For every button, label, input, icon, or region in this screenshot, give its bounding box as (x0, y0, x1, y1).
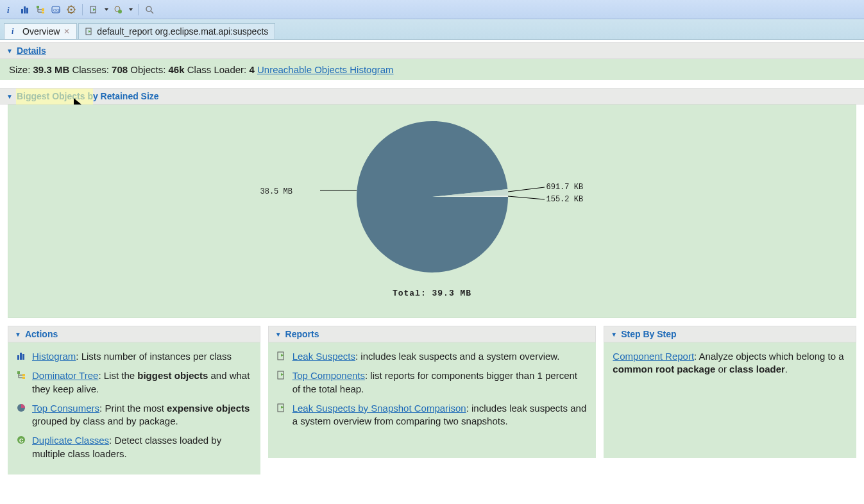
objects-label: Objects: (130, 64, 165, 75)
classloader-label: Class Loader: (187, 64, 247, 75)
toolbar-separator (82, 4, 83, 15)
svg-rect-2 (24, 6, 26, 13)
duplicate-icon: C (17, 435, 27, 460)
classloader-value: 4 (249, 64, 254, 75)
list-item: C Duplicate Classes: Detect classes load… (17, 434, 251, 460)
list-item: Top Consumers: Print the most expensive … (17, 402, 251, 428)
section-title: Step By Step (621, 329, 676, 339)
item-text: : Analyze objects which belong to a (694, 351, 843, 362)
svg-rect-6 (42, 12, 44, 13)
search-icon[interactable] (144, 4, 155, 15)
section-title: Actions (25, 329, 58, 339)
list-item: Leak Suspects: includes leak suspects an… (277, 350, 588, 363)
component-report-link[interactable]: Component Report (613, 351, 694, 362)
stepbystep-column: ▼ Step By Step Component Report: Analyze… (604, 326, 856, 475)
twisty-icon: ▼ (275, 331, 282, 338)
stepbystep-body: Component Report: Analyze objects which … (604, 342, 856, 458)
reports-column: ▼ Reports Leak Suspects: includes leak s… (268, 326, 597, 475)
leak-suspects-compare-link[interactable]: Leak Suspects by Snapshot Comparison (292, 403, 466, 414)
item-text: . (785, 364, 788, 374)
section-header-biggest[interactable]: ▼ Biggest Objects by Retained Size (0, 88, 864, 105)
info-icon[interactable]: i (4, 4, 15, 15)
main-content: ▼ Details Size: 39.3 MB Classes: 708 Obj… (0, 42, 864, 482)
close-icon[interactable]: ✕ (64, 27, 70, 36)
section-header-details[interactable]: ▼ Details (0, 42, 864, 59)
top-components-link[interactable]: Top Components (292, 370, 365, 381)
svg-rect-21 (17, 355, 19, 360)
report-icon (277, 371, 287, 396)
svg-rect-4 (37, 6, 39, 8)
svg-rect-1 (21, 9, 23, 13)
run-gear-icon[interactable] (112, 4, 124, 15)
svg-text:OQL: OQL (53, 8, 60, 12)
tab-default-report[interactable]: default_report org.eclipse.mat.api:suspe… (78, 23, 275, 39)
classes-label: Classes: (72, 64, 109, 75)
pie-slice-label: 691.7 KB (546, 183, 584, 192)
gear-icon[interactable] (65, 4, 77, 15)
twisty-icon: ▼ (6, 93, 13, 100)
dropdown-caret-icon[interactable] (129, 8, 133, 11)
svg-rect-24 (17, 371, 20, 374)
list-item: Dominator Tree: List the biggest objects… (17, 369, 251, 396)
report-icon (85, 28, 93, 35)
item-text: or (715, 364, 729, 374)
svg-rect-26 (22, 377, 25, 379)
svg-rect-5 (42, 8, 44, 11)
svg-rect-31 (278, 371, 284, 379)
toolbar-separator (138, 4, 139, 15)
run-icon[interactable] (88, 4, 99, 15)
pie-slice-label: 155.2 KB (546, 195, 584, 204)
report-icon (277, 403, 287, 428)
item-bold: expensive objects (167, 403, 250, 414)
main-toolbar: i OQL (0, 0, 864, 19)
size-value: 39.3 MB (33, 64, 70, 75)
actions-column: ▼ Actions Histogram: Lists number of ins… (8, 326, 260, 475)
histogram-icon[interactable] (19, 4, 31, 15)
twisty-icon: ▼ (611, 331, 617, 338)
svg-line-19 (508, 187, 545, 192)
oql-icon[interactable]: OQL (50, 4, 62, 15)
item-text: : includes leak suspects and a system ov… (355, 351, 560, 362)
svg-rect-22 (20, 353, 22, 360)
section-title: Reports (285, 329, 319, 339)
svg-point-13 (118, 10, 122, 13)
leak-suspects-link[interactable]: Leak Suspects (292, 351, 355, 362)
list-item: Leak Suspects by Snapshot Comparison: in… (277, 402, 588, 428)
section-title: Details (17, 46, 46, 56)
section-title: Biggest Objects by Retained Size (17, 91, 159, 101)
svg-rect-32 (278, 404, 284, 412)
tree-icon (17, 371, 27, 396)
section-header-reports[interactable]: ▼ Reports (268, 326, 597, 342)
actions-body: Histogram: Lists number of instances per… (8, 342, 260, 475)
list-item: Histogram: Lists number of instances per… (17, 350, 251, 363)
classes-value: 708 (112, 64, 128, 75)
tree-icon[interactable] (35, 4, 46, 15)
list-item: Component Report: Analyze objects which … (613, 350, 847, 376)
tab-overview[interactable]: i Overview ✕ (4, 23, 77, 39)
svg-rect-25 (22, 374, 25, 376)
unreachable-link[interactable]: Unreachable Objects Histogram (257, 64, 394, 75)
report-icon (277, 351, 287, 363)
item-text: : Lists number of instances per class (76, 351, 232, 362)
reports-body: Leak Suspects: includes leak suspects an… (268, 342, 597, 458)
bottom-grid: ▼ Actions Histogram: Lists number of ins… (0, 318, 864, 482)
item-bold: biggest objects (137, 370, 208, 381)
pie-slice-label: 38.5 MB (260, 187, 292, 196)
dominator-tree-link[interactable]: Dominator Tree (32, 370, 98, 381)
duplicate-classes-link[interactable]: Duplicate Classes (32, 435, 109, 446)
twisty-icon: ▼ (15, 331, 21, 338)
item-bold: class loader (729, 364, 785, 374)
size-label: Size: (9, 64, 30, 75)
section-header-stepbystep[interactable]: ▼ Step By Step (604, 326, 856, 342)
section-header-actions[interactable]: ▼ Actions (8, 326, 260, 342)
svg-rect-30 (278, 352, 284, 360)
top-consumers-link[interactable]: Top Consumers (32, 403, 99, 414)
dropdown-caret-icon[interactable] (105, 8, 108, 11)
pie-icon (17, 403, 27, 428)
svg-text:i: i (12, 28, 14, 35)
svg-point-14 (146, 6, 151, 12)
histogram-icon (17, 351, 27, 363)
item-text: grouped by class and by package. (32, 416, 178, 426)
histogram-link[interactable]: Histogram (32, 351, 76, 362)
item-bold: common root package (613, 364, 715, 374)
